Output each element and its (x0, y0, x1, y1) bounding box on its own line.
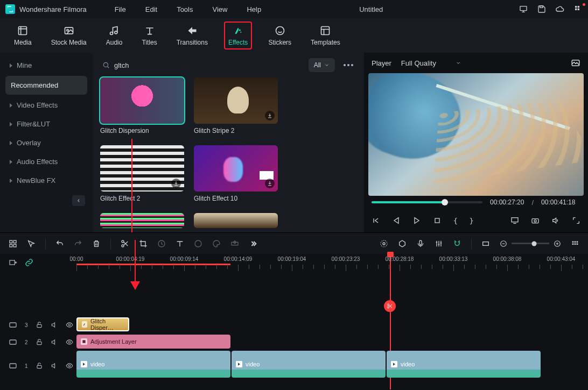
visibility-icon[interactable] (66, 321, 73, 329)
video-clip[interactable]: video (387, 351, 541, 378)
sidebar-item-audio-effects[interactable]: Audio Effects (0, 152, 93, 171)
keyframe-icon[interactable] (230, 239, 239, 248)
tab-stock-media[interactable]: Stock Media (51, 25, 87, 46)
tab-transitions[interactable]: Transitions (177, 25, 208, 46)
color-icon[interactable] (194, 239, 202, 248)
delete-icon[interactable] (92, 239, 101, 248)
effect-thumbnail[interactable] (194, 213, 278, 228)
preview-tab[interactable]: Player (372, 59, 391, 67)
mark-in-icon[interactable]: { (453, 217, 458, 225)
more-options-button[interactable] (340, 61, 356, 69)
display-settings-icon[interactable] (510, 216, 519, 225)
lock-icon[interactable] (36, 338, 43, 346)
play-icon[interactable] (412, 216, 421, 225)
sidebar-item-overlay[interactable]: Overlay (0, 133, 93, 152)
sidebar-item-recommended[interactable]: Recommended (5, 76, 87, 95)
effect-card[interactable]: Glitch Effect 10 (194, 145, 278, 202)
tab-templates[interactable]: Templates (311, 25, 340, 46)
split-icon[interactable] (121, 239, 129, 248)
stop-icon[interactable] (433, 216, 442, 225)
progress-slider[interactable] (372, 201, 482, 203)
effect-thumbnail[interactable] (194, 77, 278, 124)
search-box[interactable] (100, 61, 303, 69)
mute-icon[interactable] (51, 321, 58, 329)
effect-thumbnail[interactable] (100, 145, 184, 192)
zoom-in-icon[interactable] (554, 240, 561, 247)
lock-icon[interactable] (36, 362, 43, 370)
tab-titles[interactable]: Titles (142, 25, 157, 46)
effect-card[interactable] (100, 213, 184, 228)
prev-frame-icon[interactable] (372, 216, 380, 225)
save-icon[interactable] (537, 5, 546, 13)
timeline[interactable]: 00:0000:00:04:1900:00:09:1400:00:14:0900… (0, 254, 588, 390)
time-ruler[interactable]: 00:0000:00:04:1900:00:09:1400:00:14:0900… (73, 254, 588, 276)
display-icon[interactable] (519, 5, 528, 13)
sidebar-item-filter-lut[interactable]: Filter&LUT (0, 115, 93, 133)
adjustment-clip[interactable]: Adjustment Layer (76, 335, 230, 349)
cloud-icon[interactable] (556, 5, 564, 13)
render-icon[interactable] (380, 239, 388, 248)
play-reverse-icon[interactable] (392, 216, 401, 225)
zoom-control[interactable] (500, 240, 561, 247)
undo-icon[interactable] (55, 239, 64, 248)
pointer-icon[interactable] (27, 239, 36, 248)
visibility-icon[interactable] (66, 338, 73, 346)
lock-icon[interactable] (36, 321, 43, 329)
mixer-icon[interactable] (435, 239, 443, 248)
track-badge-icon[interactable] (9, 338, 17, 346)
track-badge-icon[interactable] (9, 321, 17, 329)
menu-edit[interactable]: Edit (138, 3, 165, 16)
tab-media[interactable]: Media (14, 25, 32, 46)
effect-clip[interactable]: Glitch Disper… (76, 317, 129, 331)
menu-file[interactable]: File (107, 3, 134, 16)
sidebar-item-mine[interactable]: Mine (0, 56, 93, 75)
tab-effects[interactable]: Effects (224, 22, 252, 49)
track-badge-icon[interactable] (9, 361, 17, 370)
sidebar-item-newblue-fx[interactable]: NewBlue FX (0, 171, 93, 190)
effect-thumbnail[interactable] (100, 77, 184, 124)
menu-tools[interactable]: Tools (169, 3, 200, 16)
sidebar-item-video-effects[interactable]: Video Effects (0, 96, 93, 115)
crop-icon[interactable] (139, 239, 148, 248)
tab-stickers[interactable]: Stickers (268, 25, 291, 46)
effect-card[interactable]: Glitch Dispersion (100, 77, 184, 134)
mute-icon[interactable] (51, 338, 58, 346)
effect-card[interactable] (194, 213, 278, 228)
volume-icon[interactable] (551, 216, 560, 225)
visibility-icon[interactable] (66, 362, 73, 370)
track-view-icon[interactable] (571, 239, 579, 248)
search-input[interactable] (114, 61, 303, 69)
video-clip[interactable]: video (232, 351, 386, 378)
video-clip[interactable]: video (76, 351, 230, 378)
speed-icon[interactable] (157, 239, 166, 248)
camera-icon[interactable] (531, 216, 540, 225)
collapse-sidebar-button[interactable] (72, 195, 85, 206)
effect-card[interactable]: Glitch Stripe 2 (194, 77, 278, 134)
zoom-out-icon[interactable] (500, 240, 507, 247)
fit-icon[interactable] (481, 239, 490, 248)
mic-icon[interactable] (416, 239, 425, 248)
effect-thumbnail[interactable] (100, 213, 184, 228)
mute-icon[interactable] (51, 362, 58, 370)
split-handle[interactable] (384, 300, 396, 312)
download-icon[interactable] (265, 179, 275, 188)
menu-view[interactable]: View (205, 3, 235, 16)
filter-dropdown[interactable]: All (309, 58, 335, 72)
effect-card[interactable]: Glitch Effect 2 (100, 145, 184, 202)
snapshot-icon[interactable] (571, 58, 580, 68)
magnet-icon[interactable] (453, 239, 461, 248)
download-icon[interactable] (265, 111, 275, 120)
preview-viewport[interactable] (368, 73, 584, 196)
download-icon[interactable] (171, 179, 181, 188)
apps-icon[interactable] (574, 5, 583, 13)
more-tools-icon[interactable] (249, 239, 257, 248)
tab-audio[interactable]: Audio (106, 25, 123, 46)
layout-icon[interactable] (9, 239, 17, 248)
quality-dropdown[interactable]: Full Quality (401, 59, 461, 67)
mark-out-icon[interactable]: } (470, 217, 474, 225)
effect-thumbnail[interactable] (194, 145, 278, 192)
zoom-slider[interactable] (512, 243, 549, 244)
palette-icon[interactable] (212, 239, 221, 248)
menu-help[interactable]: Help (239, 3, 269, 16)
redo-icon[interactable] (74, 239, 82, 248)
